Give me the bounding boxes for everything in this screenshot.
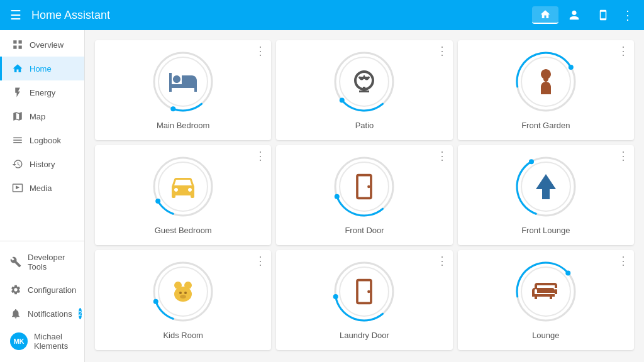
sidebar-label-history: History [30, 160, 55, 169]
sidebar-item-home[interactable]: Home [0, 57, 84, 80]
svg-point-8 [569, 65, 574, 70]
tab-people[interactable] [561, 7, 587, 23]
card-name-laundry-door: Laundry Door [340, 331, 389, 340]
card-icon-inner-lounge [521, 266, 571, 317]
card-more-lounge[interactable]: ⋮ [618, 255, 629, 266]
svg-point-16 [529, 159, 534, 164]
sidebar-label-home: Home [30, 64, 52, 74]
svg-point-28 [368, 290, 370, 293]
gear-icon [10, 284, 21, 295]
svg-point-21 [174, 287, 192, 302]
topbar: ☰ Home Assistant ⋮ [0, 0, 644, 30]
svg-point-23 [184, 292, 187, 294]
card-front-garden[interactable]: ⋮ Front Garden [458, 40, 634, 140]
bell-icon [10, 308, 21, 319]
sidebar-label-configuration: Configuration [28, 285, 76, 295]
card-name-front-door: Front Door [345, 226, 384, 235]
sidebar-item-developer[interactable]: Developer Tools [0, 246, 84, 278]
topbar-tabs [532, 6, 616, 24]
history-icon [12, 158, 23, 170]
svg-point-12 [335, 194, 340, 199]
card-icon-wrapper-patio [333, 50, 396, 113]
tools-icon [10, 256, 21, 268]
svg-point-22 [179, 292, 182, 294]
card-icon-inner-laundry-door [339, 266, 389, 317]
content-area: ⋮ Main Bedroom ⋮ [85, 30, 644, 362]
card-icon-wrapper-main-bedroom [152, 50, 214, 113]
sidebar-item-history[interactable]: History [0, 152, 84, 176]
list-icon [12, 134, 23, 146]
card-lounge[interactable]: ⋮ Lounge [458, 250, 634, 350]
card-kids-room[interactable]: ⋮ Kids Room [95, 250, 271, 350]
sidebar-item-map[interactable]: Map [0, 104, 84, 128]
sidebar-item-energy[interactable]: Energy [0, 80, 84, 104]
sidebar-bottom: Developer Tools Configuration Notificati… [0, 241, 84, 362]
card-icon-wrapper-kids-room [152, 260, 214, 323]
sidebar-label-map: Map [30, 112, 45, 121]
notification-badge: 2 [79, 308, 82, 319]
card-more-front-lounge[interactable]: ⋮ [618, 150, 629, 162]
card-name-patio: Patio [355, 121, 374, 130]
svg-point-26 [333, 294, 338, 299]
sidebar-item-overview[interactable]: Overview [0, 33, 84, 57]
card-icon-inner-patio [339, 57, 389, 107]
home-icon [12, 63, 23, 74]
card-main-bedroom[interactable]: ⋮ Main Bedroom [95, 40, 271, 140]
card-more-main-bedroom[interactable]: ⋮ [255, 45, 266, 57]
bolt-icon [12, 87, 23, 98]
card-icon-inner-front-door [339, 162, 389, 212]
menu-icon[interactable]: ☰ [5, 3, 26, 28]
card-front-lounge[interactable]: ⋮ Front Lounge [458, 145, 634, 245]
card-icon-wrapper-lounge [514, 260, 577, 323]
card-icon-wrapper-front-door [333, 155, 396, 218]
tab-mobile[interactable] [590, 7, 616, 23]
topbar-more-button[interactable]: ⋮ [616, 3, 639, 28]
sidebar-label-logbook: Logbook [30, 136, 61, 145]
svg-point-1 [170, 106, 175, 111]
tab-home[interactable] [532, 6, 558, 24]
card-name-kids-room: Kids Room [163, 331, 203, 340]
sidebar-label-overview: Overview [30, 40, 64, 50]
sidebar-item-notifications[interactable]: Notifications 2 [0, 302, 84, 326]
card-name-front-lounge: Front Lounge [521, 226, 570, 235]
main-layout: Overview Home Energy Map Logbook History [0, 30, 644, 362]
card-icon-wrapper-guest-bedroom [152, 155, 214, 218]
svg-point-10 [155, 199, 160, 204]
avatar: MK [10, 332, 28, 350]
card-guest-bedroom[interactable]: ⋮ Guest Bedroom [95, 145, 271, 245]
card-icon-inner-front-garden [521, 57, 571, 107]
grid-icon [12, 39, 23, 50]
sidebar-item-user[interactable]: MK Michael Klements [0, 326, 84, 357]
sidebar-label-media: Media [30, 184, 52, 193]
media-icon [12, 182, 23, 194]
card-icon-inner-guest-bedroom [158, 162, 208, 212]
card-more-laundry-door[interactable]: ⋮ [436, 255, 448, 266]
svg-point-18 [153, 299, 158, 304]
svg-point-4 [355, 72, 373, 89]
sidebar-item-configuration[interactable]: Configuration [0, 278, 84, 302]
card-more-patio[interactable]: ⋮ [436, 45, 448, 57]
card-icon-wrapper-front-garden [514, 50, 577, 113]
user-name: Michael Klements [34, 332, 74, 351]
sidebar-nav: Overview Home Energy Map Logbook History [0, 30, 84, 241]
sidebar-label-notifications: Notifications [28, 309, 72, 319]
card-name-front-garden: Front Garden [521, 121, 570, 130]
card-icon-wrapper-laundry-door [333, 260, 396, 323]
card-icon-wrapper-front-lounge [514, 155, 577, 218]
card-icon-inner-kids-room [158, 266, 208, 317]
sidebar: Overview Home Energy Map Logbook History [0, 30, 85, 362]
card-more-front-garden[interactable]: ⋮ [618, 45, 629, 57]
card-patio[interactable]: ⋮ Patio [276, 40, 452, 140]
card-icon-inner-main-bedroom [158, 57, 208, 107]
sidebar-item-media[interactable]: Media [0, 176, 84, 200]
card-more-kids-room[interactable]: ⋮ [255, 255, 266, 266]
card-front-door[interactable]: ⋮ Front Door [276, 145, 452, 245]
card-more-guest-bedroom[interactable]: ⋮ [255, 150, 266, 162]
card-laundry-door[interactable]: ⋮ Laundry Door [276, 250, 452, 350]
sidebar-label-energy: Energy [30, 88, 55, 97]
svg-rect-6 [359, 90, 369, 92]
card-grid: ⋮ Main Bedroom ⋮ [95, 40, 634, 350]
sidebar-item-logbook[interactable]: Logbook [0, 128, 84, 152]
card-more-front-door[interactable]: ⋮ [436, 150, 448, 162]
svg-point-30 [565, 270, 570, 275]
